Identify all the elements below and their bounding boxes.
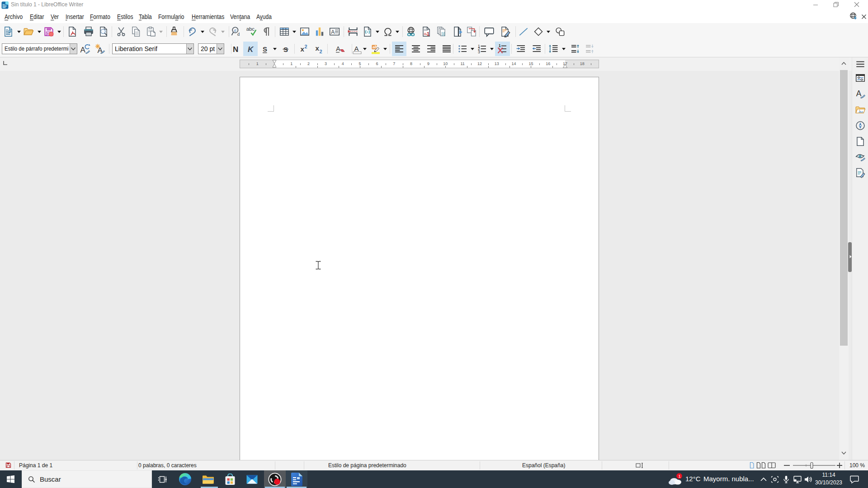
- svg-text:d: d: [237, 31, 240, 37]
- svg-text:A: A: [856, 89, 862, 98]
- svg-text:2: 2: [305, 44, 307, 49]
- svg-text:x: x: [301, 45, 305, 53]
- svg-text:3: 3: [478, 50, 480, 54]
- svg-text:A: A: [354, 45, 359, 52]
- svg-text:1: 1: [499, 43, 501, 48]
- svg-text:x: x: [316, 44, 320, 52]
- svg-text:1: 1: [679, 474, 681, 479]
- svg-text:[i]: [i]: [441, 31, 445, 36]
- svg-text:K: K: [248, 45, 254, 54]
- svg-text:A: A: [331, 29, 335, 35]
- svg-text:A: A: [336, 45, 340, 52]
- svg-text:N: N: [233, 45, 238, 54]
- svg-text:2: 2: [320, 49, 322, 54]
- svg-text:abc: abc: [246, 26, 255, 32]
- svg-text:1: 1: [427, 31, 429, 37]
- svg-text:a: a: [234, 27, 236, 33]
- svg-text:S: S: [263, 45, 267, 53]
